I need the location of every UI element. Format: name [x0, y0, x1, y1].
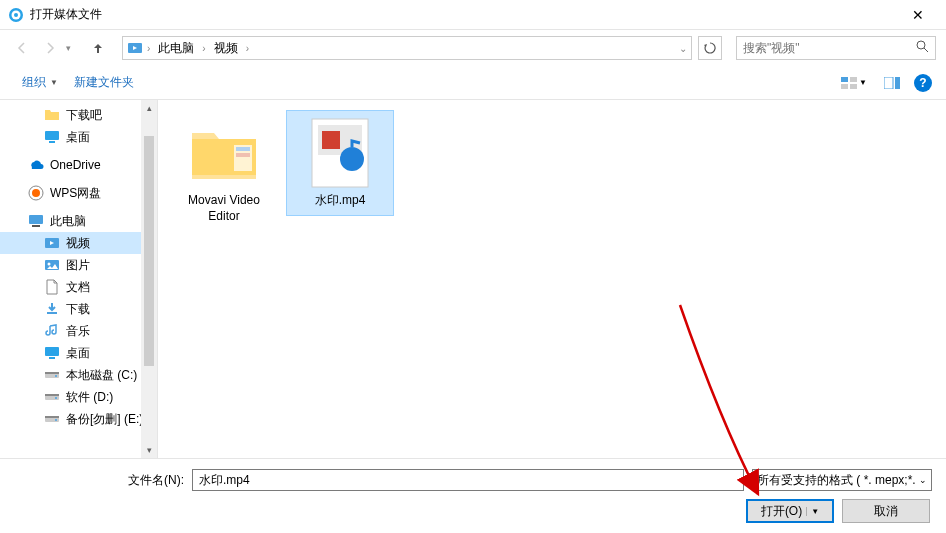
svg-rect-13 [895, 77, 900, 89]
forward-button [38, 36, 62, 60]
svg-rect-38 [236, 153, 250, 157]
folder-icon [44, 107, 60, 123]
downloads-icon [44, 301, 60, 317]
sidebar-scrollbar[interactable]: ▴ ▾ [141, 100, 157, 458]
tree-item-pictures[interactable]: 图片 [0, 254, 157, 276]
svg-rect-8 [841, 77, 848, 82]
up-button[interactable] [86, 36, 110, 60]
folder-icon [180, 117, 268, 189]
back-button [10, 36, 34, 60]
svg-rect-31 [45, 394, 59, 396]
tree-item-label: 下载 [66, 301, 90, 318]
svg-rect-15 [49, 141, 55, 143]
chevron-right-icon: › [145, 43, 152, 54]
history-dropdown[interactable]: ▾ [66, 43, 78, 53]
search-box[interactable] [736, 36, 936, 60]
toolbar: 组织▼ 新建文件夹 ▼ ? [0, 66, 946, 100]
svg-rect-41 [322, 131, 340, 149]
desktop-blue-icon [44, 129, 60, 145]
scroll-up-icon[interactable]: ▴ [141, 100, 157, 116]
breadcrumb-current[interactable]: 视频 [210, 38, 242, 59]
drive-icon [44, 367, 60, 383]
tree-item-onedrive[interactable]: OneDrive [0, 154, 157, 176]
tree-item-wps[interactable]: WPS网盘 [0, 182, 157, 204]
tree-item-music[interactable]: 音乐 [0, 320, 157, 342]
svg-rect-28 [45, 372, 59, 374]
file-item[interactable]: 水印.mp4 [286, 110, 394, 216]
file-list[interactable]: Movavi Video Editor水印.mp4 [158, 100, 946, 458]
breadcrumb-root[interactable]: 此电脑 [154, 38, 198, 59]
navbar: ▾ › 此电脑 › 视频 › ⌄ [0, 30, 946, 66]
organize-button[interactable]: 组织▼ [14, 70, 66, 95]
scroll-down-icon[interactable]: ▾ [141, 442, 157, 458]
svg-point-42 [340, 147, 364, 171]
svg-rect-26 [49, 357, 55, 359]
tree-item-label: 桌面 [66, 345, 90, 362]
folder-item[interactable]: Movavi Video Editor [170, 110, 278, 231]
tree-item-downloads[interactable]: 下载 [0, 298, 157, 320]
tree-item-label: 文档 [66, 279, 90, 296]
svg-line-7 [924, 48, 928, 52]
tree-item-desktop-blue[interactable]: 桌面 [0, 126, 157, 148]
svg-point-29 [55, 375, 57, 377]
cancel-button[interactable]: 取消 [842, 499, 930, 523]
tree-item-videos[interactable]: 视频 [0, 232, 157, 254]
filename-label: 文件名(N): [14, 472, 184, 489]
tree-item-documents[interactable]: 文档 [0, 276, 157, 298]
file-label: 水印.mp4 [315, 193, 366, 209]
tree-item-label: 桌面 [66, 129, 90, 146]
tree-item-drive[interactable]: 软件 (D:) [0, 386, 157, 408]
help-button[interactable]: ? [914, 74, 932, 92]
navigation-tree[interactable]: 下载吧桌面OneDriveWPS网盘此电脑视频图片文档下载音乐桌面本地磁盘 (C… [0, 100, 158, 458]
dialog-body: 下载吧桌面OneDriveWPS网盘此电脑视频图片文档下载音乐桌面本地磁盘 (C… [0, 100, 946, 458]
onedrive-icon [28, 157, 44, 173]
tree-item-drive[interactable]: 本地磁盘 (C:) [0, 364, 157, 386]
tree-item-thispc[interactable]: 此电脑 [0, 210, 157, 232]
tree-item-desktop-blue[interactable]: 桌面 [0, 342, 157, 364]
documents-icon [44, 279, 60, 295]
svg-rect-34 [45, 416, 59, 418]
svg-rect-24 [47, 312, 57, 314]
filename-input[interactable] [192, 469, 744, 491]
file-type-filter[interactable]: 所有受支持的格式 ( *. mepx;*.⌄ [752, 469, 932, 491]
view-options-button[interactable]: ▼ [838, 72, 870, 94]
svg-rect-25 [45, 347, 59, 356]
tree-item-label: 下载吧 [66, 107, 102, 124]
scroll-thumb[interactable] [144, 136, 154, 366]
tree-item-label: 音乐 [66, 323, 90, 340]
titlebar: 打开媒体文件 ✕ [0, 0, 946, 30]
svg-rect-9 [850, 77, 857, 82]
svg-point-2 [14, 13, 18, 17]
svg-rect-12 [884, 77, 893, 89]
app-icon [8, 7, 24, 23]
svg-point-32 [55, 397, 57, 399]
search-icon[interactable] [916, 40, 929, 56]
tree-item-drive[interactable]: 备份[勿删] (E:) [0, 408, 157, 430]
refresh-button[interactable] [698, 36, 722, 60]
chevron-right-icon: › [244, 43, 251, 54]
breadcrumb[interactable]: › 此电脑 › 视频 › ⌄ [122, 36, 692, 60]
search-input[interactable] [743, 41, 916, 55]
window-title: 打开媒体文件 [30, 6, 898, 23]
preview-pane-button[interactable] [876, 72, 908, 94]
svg-point-23 [48, 263, 51, 266]
desktop-blue-icon [44, 345, 60, 361]
drive-icon [44, 389, 60, 405]
tree-item-label: WPS网盘 [50, 185, 101, 202]
close-button[interactable]: ✕ [898, 1, 938, 29]
tree-item-label: OneDrive [50, 158, 101, 172]
breadcrumb-dropdown-icon[interactable]: ⌄ [679, 43, 687, 54]
tree-item-label: 图片 [66, 257, 90, 274]
svg-point-6 [917, 41, 925, 49]
videos-icon [44, 235, 60, 251]
svg-rect-18 [29, 215, 43, 224]
svg-rect-37 [236, 147, 250, 151]
open-button[interactable]: 打开(O)▼ [746, 499, 834, 523]
tree-item-label: 此电脑 [50, 213, 86, 230]
new-folder-button[interactable]: 新建文件夹 [66, 70, 142, 95]
tree-item-label: 备份[勿删] (E:) [66, 411, 143, 428]
svg-point-17 [32, 189, 40, 197]
wps-icon [28, 185, 44, 201]
file-label: Movavi Video Editor [175, 193, 273, 224]
tree-item-folder[interactable]: 下载吧 [0, 104, 157, 126]
